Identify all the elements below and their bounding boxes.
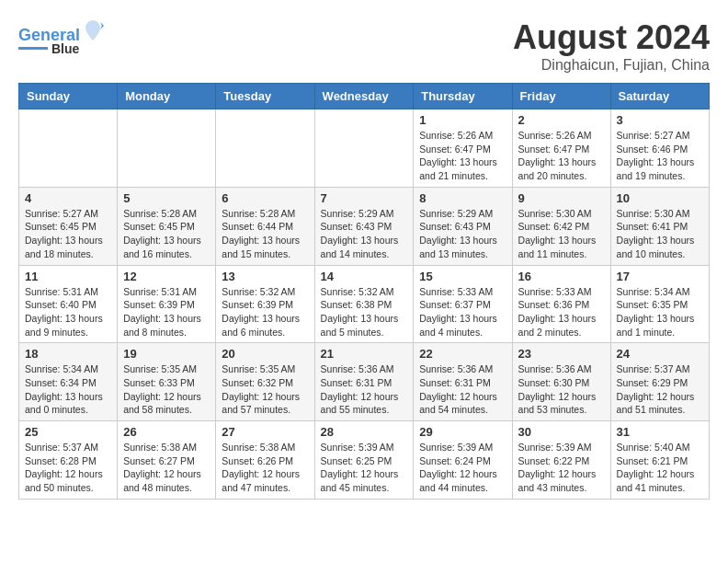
day-info: Sunrise: 5:36 AM Sunset: 6:31 PM Dayligh… — [419, 362, 506, 417]
day-number: 24 — [617, 347, 703, 361]
day-info: Sunrise: 5:27 AM Sunset: 6:45 PM Dayligh… — [25, 207, 111, 261]
day-info: Sunrise: 5:39 AM Sunset: 6:24 PM Dayligh… — [419, 441, 506, 495]
day-number: 22 — [419, 347, 506, 361]
calendar-cell: 17Sunrise: 5:34 AM Sunset: 6:35 PM Dayli… — [610, 265, 709, 343]
location: Dinghaicun, Fujian, China — [513, 57, 710, 74]
calendar-cell: 19Sunrise: 5:35 AM Sunset: 6:33 PM Dayli… — [118, 343, 216, 421]
day-number: 7 — [321, 191, 408, 205]
calendar-cell: 3Sunrise: 5:27 AM Sunset: 6:46 PM Daylig… — [610, 109, 709, 188]
day-number: 12 — [123, 270, 210, 283]
day-info: Sunrise: 5:31 AM Sunset: 6:40 PM Dayligh… — [25, 285, 111, 339]
calendar-cell — [314, 109, 414, 188]
day-number: 14 — [321, 270, 408, 283]
day-number: 19 — [123, 347, 210, 361]
day-number: 17 — [617, 270, 703, 283]
calendar-cell: 8Sunrise: 5:29 AM Sunset: 6:43 PM Daylig… — [414, 187, 512, 265]
calendar-weekday-tuesday: Tuesday — [216, 84, 314, 109]
day-info: Sunrise: 5:35 AM Sunset: 6:32 PM Dayligh… — [222, 362, 308, 417]
day-number: 8 — [419, 191, 506, 205]
day-number: 9 — [518, 191, 605, 205]
calendar-weekday-saturday: Saturday — [610, 84, 709, 109]
day-info: Sunrise: 5:30 AM Sunset: 6:41 PM Dayligh… — [617, 207, 703, 261]
calendar-cell: 5Sunrise: 5:28 AM Sunset: 6:45 PM Daylig… — [118, 187, 216, 265]
day-info: Sunrise: 5:36 AM Sunset: 6:31 PM Dayligh… — [321, 362, 408, 417]
title-block: August 2024 Dinghaicun, Fujian, China — [513, 18, 710, 74]
calendar-week-row: 18Sunrise: 5:34 AM Sunset: 6:34 PM Dayli… — [19, 343, 710, 421]
calendar-cell: 13Sunrise: 5:32 AM Sunset: 6:39 PM Dayli… — [216, 265, 314, 343]
calendar-cell: 26Sunrise: 5:38 AM Sunset: 6:27 PM Dayli… — [118, 421, 216, 500]
page-header: General Blue August 2024 Dinghaicun, Fuj… — [18, 18, 710, 74]
calendar-weekday-friday: Friday — [512, 84, 610, 109]
day-number: 16 — [518, 270, 605, 283]
calendar-weekday-monday: Monday — [118, 84, 216, 109]
day-number: 1 — [419, 113, 506, 127]
calendar-weekday-wednesday: Wednesday — [314, 84, 414, 109]
day-info: Sunrise: 5:36 AM Sunset: 6:30 PM Dayligh… — [518, 362, 605, 417]
calendar-cell: 18Sunrise: 5:34 AM Sunset: 6:34 PM Dayli… — [19, 343, 118, 421]
day-number: 6 — [222, 191, 308, 205]
day-number: 20 — [222, 347, 308, 361]
day-info: Sunrise: 5:33 AM Sunset: 6:37 PM Dayligh… — [419, 285, 506, 339]
calendar-cell: 20Sunrise: 5:35 AM Sunset: 6:32 PM Dayli… — [216, 343, 314, 421]
calendar-cell: 12Sunrise: 5:31 AM Sunset: 6:39 PM Dayli… — [118, 265, 216, 343]
day-info: Sunrise: 5:29 AM Sunset: 6:43 PM Dayligh… — [419, 207, 506, 261]
day-number: 3 — [617, 113, 703, 127]
calendar-cell: 28Sunrise: 5:39 AM Sunset: 6:25 PM Dayli… — [314, 421, 414, 500]
day-number: 26 — [123, 425, 210, 439]
day-number: 25 — [25, 425, 111, 439]
day-number: 4 — [25, 191, 111, 205]
calendar-cell: 23Sunrise: 5:36 AM Sunset: 6:30 PM Dayli… — [512, 343, 610, 421]
calendar-cell: 10Sunrise: 5:30 AM Sunset: 6:41 PM Dayli… — [610, 187, 709, 265]
calendar-cell: 15Sunrise: 5:33 AM Sunset: 6:37 PM Dayli… — [414, 265, 512, 343]
calendar-cell: 6Sunrise: 5:28 AM Sunset: 6:44 PM Daylig… — [216, 187, 314, 265]
logo-subtext: Blue — [51, 41, 79, 56]
calendar-cell: 7Sunrise: 5:29 AM Sunset: 6:43 PM Daylig… — [314, 187, 414, 265]
calendar-weekday-thursday: Thursday — [414, 84, 512, 109]
day-info: Sunrise: 5:28 AM Sunset: 6:44 PM Dayligh… — [222, 207, 308, 261]
day-info: Sunrise: 5:34 AM Sunset: 6:34 PM Dayligh… — [25, 362, 111, 417]
day-info: Sunrise: 5:32 AM Sunset: 6:38 PM Dayligh… — [321, 285, 408, 339]
calendar-cell: 27Sunrise: 5:38 AM Sunset: 6:26 PM Dayli… — [216, 421, 314, 500]
day-number: 27 — [222, 425, 308, 439]
day-number: 18 — [25, 347, 111, 361]
day-info: Sunrise: 5:33 AM Sunset: 6:36 PM Dayligh… — [518, 285, 605, 339]
day-number: 2 — [518, 113, 605, 127]
calendar-cell — [118, 109, 216, 188]
calendar-cell: 25Sunrise: 5:37 AM Sunset: 6:28 PM Dayli… — [19, 421, 118, 500]
day-number: 11 — [25, 270, 111, 283]
day-info: Sunrise: 5:34 AM Sunset: 6:35 PM Dayligh… — [617, 285, 703, 339]
day-info: Sunrise: 5:26 AM Sunset: 6:47 PM Dayligh… — [419, 129, 506, 183]
day-info: Sunrise: 5:35 AM Sunset: 6:33 PM Dayligh… — [123, 362, 210, 417]
day-info: Sunrise: 5:39 AM Sunset: 6:22 PM Dayligh… — [518, 441, 605, 495]
day-number: 21 — [321, 347, 408, 361]
calendar-cell — [19, 109, 118, 188]
day-info: Sunrise: 5:27 AM Sunset: 6:46 PM Dayligh… — [617, 129, 703, 183]
calendar-table: SundayMondayTuesdayWednesdayThursdayFrid… — [18, 83, 710, 500]
calendar-cell: 11Sunrise: 5:31 AM Sunset: 6:40 PM Dayli… — [19, 265, 118, 343]
day-info: Sunrise: 5:28 AM Sunset: 6:45 PM Dayligh… — [123, 207, 210, 261]
calendar-header-row: SundayMondayTuesdayWednesdayThursdayFrid… — [19, 84, 710, 109]
calendar-week-row: 11Sunrise: 5:31 AM Sunset: 6:40 PM Dayli… — [19, 265, 710, 343]
logo: General Blue — [18, 18, 104, 56]
calendar-week-row: 4Sunrise: 5:27 AM Sunset: 6:45 PM Daylig… — [19, 187, 710, 265]
calendar-week-row: 25Sunrise: 5:37 AM Sunset: 6:28 PM Dayli… — [19, 421, 710, 500]
calendar-week-row: 1Sunrise: 5:26 AM Sunset: 6:47 PM Daylig… — [19, 109, 710, 188]
day-info: Sunrise: 5:29 AM Sunset: 6:43 PM Dayligh… — [321, 207, 408, 261]
day-number: 29 — [419, 425, 506, 439]
calendar-cell: 14Sunrise: 5:32 AM Sunset: 6:38 PM Dayli… — [314, 265, 414, 343]
month-title: August 2024 — [513, 18, 710, 57]
day-number: 28 — [321, 425, 408, 439]
day-number: 23 — [518, 347, 605, 361]
calendar-cell — [216, 109, 314, 188]
day-info: Sunrise: 5:40 AM Sunset: 6:21 PM Dayligh… — [617, 441, 703, 495]
calendar-cell: 9Sunrise: 5:30 AM Sunset: 6:42 PM Daylig… — [512, 187, 610, 265]
day-info: Sunrise: 5:32 AM Sunset: 6:39 PM Dayligh… — [222, 285, 308, 339]
calendar-cell: 22Sunrise: 5:36 AM Sunset: 6:31 PM Dayli… — [414, 343, 512, 421]
calendar-cell: 16Sunrise: 5:33 AM Sunset: 6:36 PM Dayli… — [512, 265, 610, 343]
day-info: Sunrise: 5:38 AM Sunset: 6:26 PM Dayligh… — [222, 441, 308, 495]
day-number: 15 — [419, 270, 506, 283]
calendar-cell: 4Sunrise: 5:27 AM Sunset: 6:45 PM Daylig… — [19, 187, 118, 265]
calendar-cell: 29Sunrise: 5:39 AM Sunset: 6:24 PM Dayli… — [414, 421, 512, 500]
calendar-cell: 1Sunrise: 5:26 AM Sunset: 6:47 PM Daylig… — [414, 109, 512, 188]
calendar-cell: 24Sunrise: 5:37 AM Sunset: 6:29 PM Dayli… — [610, 343, 709, 421]
